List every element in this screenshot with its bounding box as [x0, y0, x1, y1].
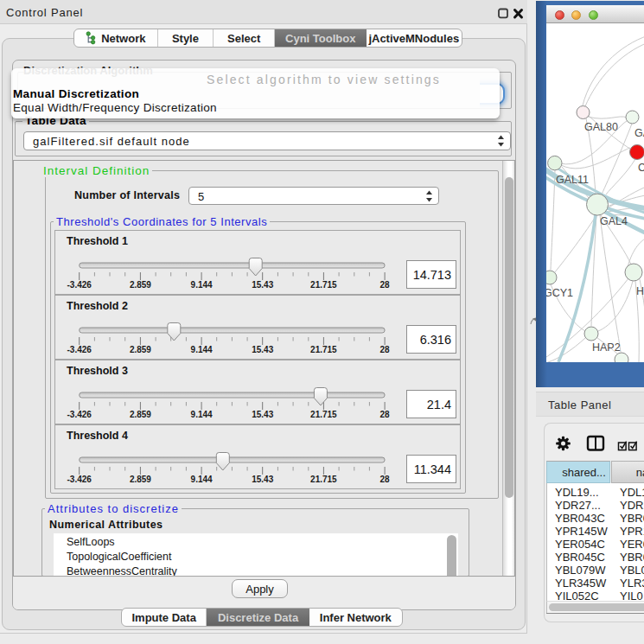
- svg-text:GCY1: GCY1: [546, 287, 573, 299]
- svg-text:9.144: 9.144: [191, 280, 213, 290]
- svg-text:2.859: 2.859: [130, 280, 151, 290]
- svg-text:2.859: 2.859: [130, 345, 151, 354]
- svg-text:28: 28: [380, 345, 391, 354]
- svg-text:GAL80: GAL80: [584, 121, 618, 133]
- svg-text:9.144: 9.144: [191, 345, 213, 354]
- svg-text:9.144: 9.144: [191, 475, 213, 484]
- svg-text:28: 28: [380, 410, 391, 419]
- svg-text:9.144: 9.144: [191, 410, 213, 419]
- svg-text:GAL4: GAL4: [600, 215, 628, 227]
- svg-text:21.715: 21.715: [310, 410, 337, 419]
- svg-text:21.715: 21.715: [310, 280, 337, 290]
- svg-text:GAL11: GAL11: [556, 174, 589, 186]
- svg-text:28: 28: [380, 475, 391, 484]
- svg-text:-3.426: -3.426: [67, 410, 92, 419]
- svg-text:28: 28: [380, 280, 391, 290]
- svg-text:15.43: 15.43: [252, 280, 273, 290]
- svg-text:15.43: 15.43: [252, 410, 273, 419]
- svg-text:H: H: [636, 285, 644, 297]
- svg-text:2.859: 2.859: [130, 410, 151, 419]
- svg-text:21.715: 21.715: [310, 475, 337, 484]
- svg-text:-3.426: -3.426: [67, 475, 92, 484]
- svg-text:HAP2: HAP2: [592, 341, 621, 354]
- svg-text:-3.426: -3.426: [67, 280, 92, 290]
- svg-text:15.43: 15.43: [252, 475, 273, 484]
- svg-text:2.859: 2.859: [130, 475, 151, 484]
- svg-text:-3.426: -3.426: [67, 345, 92, 354]
- svg-text:GAL: GAL: [634, 127, 644, 139]
- svg-text:C: C: [638, 162, 644, 174]
- svg-text:15.43: 15.43: [252, 345, 273, 354]
- svg-text:21.715: 21.715: [310, 345, 337, 354]
